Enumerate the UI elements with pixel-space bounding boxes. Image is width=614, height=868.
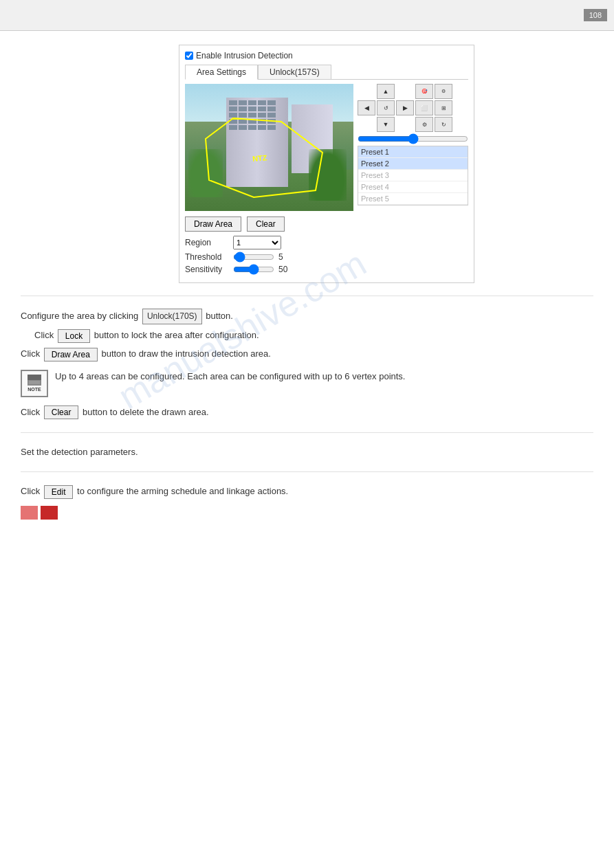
sensitivity-slider[interactable] [233, 265, 274, 274]
panel-header: Enable Intrusion Detection [185, 51, 468, 60]
ptz-down-btn[interactable]: ▼ [377, 117, 395, 132]
enable-detection-label[interactable]: Enable Intrusion Detection [185, 51, 293, 60]
tab-area-settings[interactable]: Area Settings [185, 65, 258, 80]
desc-detection: Set the detection parameters. [21, 445, 593, 460]
ptz-config-btn[interactable]: ⚙ [415, 117, 433, 132]
region-label: Region [185, 238, 233, 247]
clear-btn-desc[interactable]: Clear [44, 405, 79, 419]
enable-detection-checkbox[interactable] [185, 52, 193, 60]
desc-para3: Click Draw Area button to draw the intru… [21, 347, 593, 361]
preset-item-2[interactable]: Preset 2 [358, 158, 468, 170]
ptz-refresh-btn[interactable]: ↻ [435, 117, 452, 132]
ptz-preset-btn[interactable]: 🎯 [415, 84, 433, 99]
desc-para4: Click Clear button to delete the drawn a… [21, 405, 593, 420]
threshold-label: Threshold [185, 252, 233, 262]
desc-para5: Set the detection parameters. [21, 445, 593, 460]
threshold-value: 5 [278, 252, 292, 262]
swatch-light [21, 506, 38, 520]
empty-cell-1 [358, 84, 375, 99]
ptz-row2: ◀ ↺ ▶ ⬜ ⊞ [358, 100, 468, 115]
tab-unlock[interactable]: Unlock(157S) [258, 65, 331, 79]
threshold-row: Threshold 5 [185, 252, 468, 262]
region-select[interactable]: 1 2 3 4 [233, 236, 281, 249]
preset-list[interactable]: Preset 1 Preset 2 Preset 3 Preset 4 Pres… [358, 146, 468, 205]
ptz-up-btn[interactable]: ▲ [377, 84, 395, 99]
page-tag: 108 [584, 9, 607, 21]
ptz-controls: ▲ 🎯 ⚙ ◀ ↺ ▶ ⬜ ⊞ ▼ ⚙ [358, 84, 468, 211]
draw-area-btn[interactable]: Draw Area [185, 216, 241, 232]
note-text: Up to 4 areas can be configured. Each ar… [55, 370, 405, 384]
panel-tabs: Area Settings Unlock(157S) [185, 65, 468, 80]
region-row: Region 1 2 3 4 [185, 236, 468, 249]
edit-btn[interactable]: Edit [44, 485, 74, 499]
note-block: NOTE Up to 4 areas can be configured. Ea… [21, 370, 593, 397]
color-swatches [21, 506, 593, 520]
top-bar: 108 [0, 0, 614, 31]
sensitivity-row: Sensitivity 50 [185, 265, 468, 274]
ptz-fullscreen-btn[interactable]: ⊞ [435, 100, 452, 115]
panel-buttons: Draw Area Clear [185, 216, 468, 232]
ptz-row1: ▲ 🎯 ⚙ [358, 84, 468, 99]
divider-3 [21, 471, 593, 472]
ptz-patrol-btn[interactable]: ⚙ [435, 84, 452, 99]
swatch-dark [41, 506, 58, 520]
ptz-zoom-slider[interactable] [358, 135, 468, 143]
sensitivity-value: 50 [278, 265, 292, 274]
preset-item-1[interactable]: Preset 1 [358, 146, 468, 158]
empty-cell-4 [396, 117, 414, 132]
desc-para1: Configure the area by clicking Unlock(17… [21, 309, 593, 324]
preset-item-4[interactable]: Preset 4 [358, 181, 468, 193]
unlock-tag: Unlock(170S) [142, 309, 202, 324]
note-image [28, 375, 41, 386]
detection-polygon [185, 84, 353, 211]
ptz-screen-btn[interactable]: ⬜ [415, 100, 433, 115]
threshold-slider[interactable] [233, 253, 274, 261]
camera-bg: NTZ [185, 84, 353, 211]
clear-btn[interactable]: Clear [247, 216, 285, 232]
panel-body: NTZ ▲ 🎯 ⚙ ◀ ↺ ▶ ⬜ ⊞ [185, 84, 468, 211]
ptz-left-btn[interactable]: ◀ [358, 100, 375, 115]
empty-cell-2 [396, 84, 414, 99]
divider-1 [21, 296, 593, 296]
desc-para2: Click Lock button to lock the area after… [34, 329, 593, 343]
note-icon: NOTE [21, 370, 48, 397]
divider-2 [21, 432, 593, 433]
preset-item-3[interactable]: Preset 3 [358, 170, 468, 181]
main-content: Enable Intrusion Detection Area Settings… [0, 31, 614, 533]
ptz-row3: ▼ ⚙ ↻ [358, 117, 468, 132]
desc-para6: Click Edit to configure the arming sched… [21, 485, 593, 499]
desc-edit: Click Edit to configure the arming sched… [21, 485, 593, 499]
description-section: Configure the area by clicking Unlock(17… [21, 309, 593, 361]
draw-area-btn-desc[interactable]: Draw Area [44, 348, 98, 361]
config-panel: Enable Intrusion Detection Area Settings… [179, 45, 474, 283]
ntz-label: NTZ [252, 153, 267, 163]
enable-detection-text: Enable Intrusion Detection [196, 51, 293, 60]
ptz-home-btn[interactable]: ↺ [377, 100, 395, 115]
ptz-zoom-row [358, 135, 468, 143]
note-label: NOTE [28, 387, 41, 392]
ptz-right-btn[interactable]: ▶ [396, 100, 414, 115]
preset-item-5[interactable]: Preset 5 [358, 193, 468, 205]
empty-cell-3 [358, 117, 375, 132]
lock-btn[interactable]: Lock [58, 329, 90, 343]
sensitivity-label: Sensitivity [185, 265, 233, 274]
camera-view: NTZ [185, 84, 353, 211]
desc-clear-para: Click Clear button to delete the drawn a… [21, 405, 593, 420]
